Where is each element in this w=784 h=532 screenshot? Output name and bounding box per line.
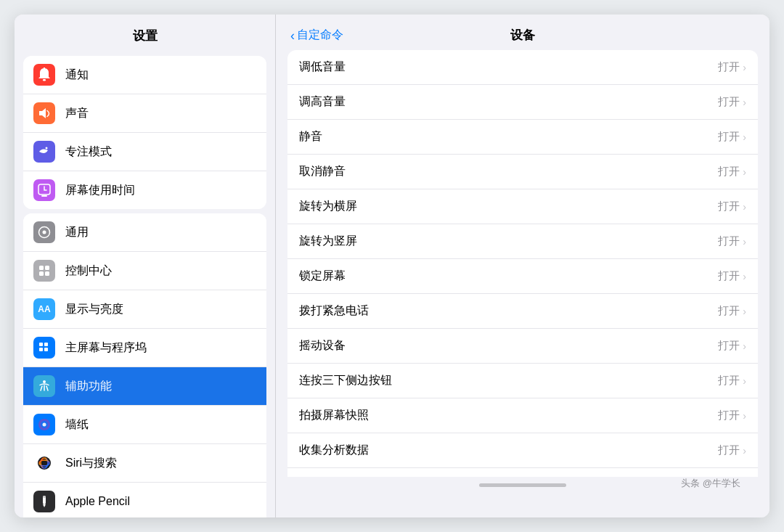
sidebar-item-accessibility[interactable]: 辅助功能 (23, 367, 266, 406)
settings-row-3[interactable]: 取消静音打开› (287, 155, 758, 189)
settings-row-label-4: 旋转为横屏 (299, 199, 357, 214)
control-center-label: 控制中心 (65, 263, 112, 279)
settings-row-0[interactable]: 调低音量打开› (287, 50, 758, 85)
home-screen-icon (33, 337, 55, 359)
sidebar-item-display[interactable]: AA显示与亮度 (23, 290, 266, 329)
settings-row-chevron-4: › (743, 201, 746, 213)
main-title: 设备 (510, 27, 535, 44)
settings-row-value-11: 打开 (718, 443, 740, 457)
settings-row-chevron-3: › (743, 166, 746, 178)
sidebar-item-sounds[interactable]: 声音 (23, 94, 266, 133)
svg-rect-12 (44, 343, 48, 346)
settings-row-4[interactable]: 旋转为横屏打开› (287, 189, 758, 224)
settings-row-chevron-5: › (743, 236, 746, 247)
settings-group: 调低音量打开›调高音量打开›静音打开›取消静音打开›旋转为横屏打开›旋转为竖屏打… (287, 50, 758, 477)
apple-pencil-icon (33, 491, 55, 512)
settings-row-value-0: 打开 (718, 60, 740, 74)
home-screen-label: 主屏幕与程序坞 (65, 340, 147, 356)
settings-row-5[interactable]: 旋转为竖屏打开› (287, 224, 758, 259)
accessibility-icon (33, 375, 55, 397)
wallpaper-label: 墙纸 (65, 417, 89, 433)
sidebar-item-focus[interactable]: 专注模式 (23, 133, 266, 171)
sounds-icon (33, 102, 55, 124)
app-container: 设置 通知声音专注模式屏幕使用时间通用控制中心AA显示与亮度主屏幕与程序坞辅助功… (15, 15, 769, 517)
settings-row-right-8: 打开› (718, 339, 746, 353)
apple-pencil-label: Apple Pencil (65, 495, 130, 508)
main-panel: ‹ 自定命令 设备 调低音量打开›调高音量打开›静音打开›取消静音打开›旋转为横… (276, 15, 769, 517)
settings-row-11[interactable]: 收集分析数据打开› (287, 433, 758, 468)
settings-row-right-9: 打开› (718, 374, 746, 388)
settings-row-right-4: 打开› (718, 200, 746, 213)
settings-row-right-3: 打开› (718, 165, 746, 179)
settings-row-right-0: 打开› (718, 60, 746, 74)
settings-row-label-7: 拨打紧急电话 (299, 303, 369, 319)
settings-row-10[interactable]: 拍摄屏幕快照打开› (287, 398, 758, 433)
settings-row-right-1: 打开› (718, 95, 746, 109)
settings-row-9[interactable]: 连按三下侧边按钮打开› (287, 364, 758, 398)
back-chevron-icon: ‹ (290, 29, 295, 42)
svg-point-18 (43, 423, 46, 427)
settings-row-chevron-10: › (743, 410, 746, 422)
settings-row-1[interactable]: 调高音量打开› (287, 85, 758, 120)
watermark: 头条 @牛学长 (261, 477, 755, 497)
settings-row-label-3: 取消静音 (299, 164, 346, 179)
settings-row-right-10: 打开› (718, 409, 746, 422)
settings-row-chevron-1: › (743, 97, 746, 108)
sidebar-item-siri[interactable]: Siri与搜索 (23, 444, 266, 483)
settings-row-value-1: 打开 (718, 95, 740, 109)
sidebar-item-apple-pencil[interactable]: Apple Pencil (23, 483, 266, 517)
settings-row-right-6: 打开› (718, 269, 746, 283)
svg-rect-8 (45, 266, 49, 270)
settings-row-chevron-8: › (743, 340, 746, 352)
sidebar-title: 设置 (15, 15, 275, 52)
general-label: 通用 (65, 225, 89, 240)
focus-icon (33, 141, 55, 163)
back-button[interactable]: ‹ 自定命令 (290, 28, 343, 43)
svg-rect-24 (43, 496, 46, 498)
settings-row-right-7: 打开› (718, 304, 746, 318)
control-center-icon (33, 260, 55, 282)
display-label: 显示与亮度 (65, 302, 123, 317)
svg-point-15 (43, 380, 46, 383)
sidebar-item-control-center[interactable]: 控制中心 (23, 252, 266, 290)
notifications-icon (33, 64, 55, 86)
settings-row-label-1: 调高音量 (299, 94, 346, 110)
wallpaper-icon (33, 414, 55, 435)
settings-row-label-2: 静音 (299, 129, 322, 144)
settings-row-value-3: 打开 (718, 165, 740, 179)
general-icon (33, 221, 55, 243)
settings-row-6[interactable]: 锁定屏幕打开› (287, 259, 758, 294)
settings-row-chevron-6: › (743, 271, 746, 282)
sidebar-item-screen-time[interactable]: 屏幕使用时间 (23, 171, 266, 209)
settings-row-label-10: 拍摄屏幕快照 (299, 408, 369, 423)
svg-point-6 (43, 231, 46, 234)
sidebar-item-wallpaper[interactable]: 墙纸 (23, 406, 266, 444)
settings-row-7[interactable]: 拨打紧急电话打开› (287, 294, 758, 329)
sidebar-item-home-screen[interactable]: 主屏幕与程序坞 (23, 329, 266, 367)
main-header: ‹ 自定命令 设备 (276, 15, 769, 50)
settings-row-chevron-7: › (743, 306, 746, 317)
focus-label: 专注模式 (65, 144, 112, 160)
settings-row-8[interactable]: 摇动设备打开› (287, 329, 758, 364)
settings-row-value-8: 打开 (718, 339, 740, 353)
settings-row-chevron-11: › (743, 445, 746, 457)
settings-row-2[interactable]: 静音打开› (287, 120, 758, 155)
svg-rect-7 (39, 266, 44, 270)
settings-row-label-5: 旋转为竖屏 (299, 234, 357, 249)
sidebar-item-general[interactable]: 通用 (23, 213, 266, 252)
settings-row-right-11: 打开› (718, 443, 746, 457)
back-label: 自定命令 (297, 28, 343, 43)
settings-row-value-7: 打开 (718, 304, 740, 318)
settings-row-label-8: 摇动设备 (299, 338, 346, 353)
siri-label: Siri与搜索 (65, 456, 117, 471)
sidebar: 设置 通知声音专注模式屏幕使用时间通用控制中心AA显示与亮度主屏幕与程序坞辅助功… (15, 15, 276, 517)
settings-row-12[interactable]: 重新启动设备打开› (287, 468, 758, 477)
sidebar-group-0: 通知声音专注模式屏幕使用时间 (23, 56, 266, 209)
notifications-label: 通知 (65, 67, 89, 83)
settings-row-value-4: 打开 (718, 200, 740, 213)
sidebar-item-notifications[interactable]: 通知 (23, 56, 266, 94)
screen-time-icon (33, 179, 55, 201)
svg-rect-14 (44, 348, 48, 351)
main-content: 调低音量打开›调高音量打开›静音打开›取消静音打开›旋转为横屏打开›旋转为竖屏打… (276, 50, 769, 477)
svg-rect-9 (39, 271, 44, 276)
